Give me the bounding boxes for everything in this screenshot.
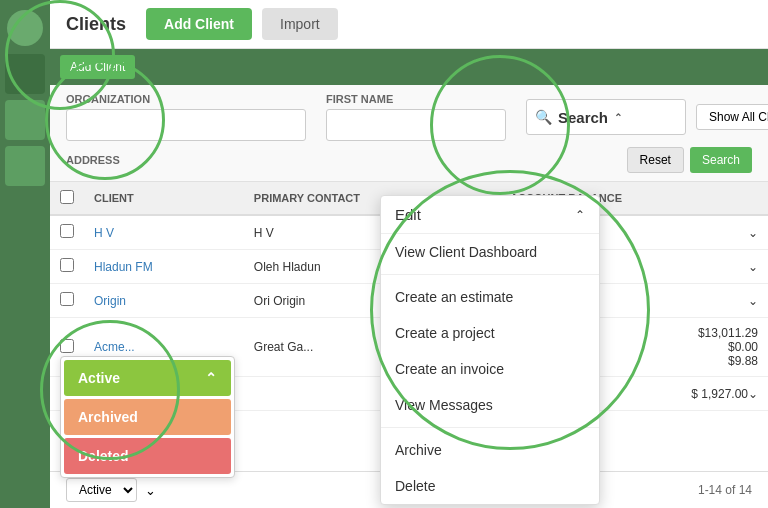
- chevron-down-icon: ⌄: [145, 483, 156, 498]
- col-checkbox: [50, 182, 84, 215]
- status-archived-label: Archived: [78, 409, 138, 425]
- menu-item-project[interactable]: Create a project: [381, 315, 599, 351]
- filter-bar: ORGANIZATION FIRST NAME 🔍 Search ⌃: [50, 85, 768, 182]
- first-name-input[interactable]: [326, 109, 506, 141]
- filter-buttons: Reset Search: [627, 147, 752, 173]
- row-checkbox-2[interactable]: [60, 258, 74, 272]
- menu-divider-2: [381, 427, 599, 428]
- search-label: Search: [558, 109, 608, 126]
- filter-row-2: ADDRESS Reset Search: [66, 147, 752, 173]
- menu-item-invoice[interactable]: Create an invoice: [381, 351, 599, 387]
- menu-item-delete[interactable]: Delete: [381, 468, 599, 504]
- row-checkbox-3[interactable]: [60, 292, 74, 306]
- row-checkbox-4[interactable]: [60, 339, 74, 353]
- status-active-label: Active: [78, 370, 120, 386]
- status-option-archived[interactable]: Archived: [64, 399, 231, 435]
- search-box[interactable]: 🔍 Search ⌃: [526, 99, 686, 135]
- add-client-button[interactable]: Add Client: [146, 8, 252, 40]
- status-deleted-label: Deleted: [78, 448, 129, 464]
- search-button[interactable]: Search: [690, 147, 752, 173]
- sub-header: Add Client: [50, 49, 768, 85]
- sidebar-logo: [7, 10, 43, 46]
- pagination-info: 1-14 of 14: [698, 483, 752, 497]
- organization-input[interactable]: [66, 109, 306, 141]
- search-icon: 🔍: [535, 109, 552, 125]
- status-option-active[interactable]: Active ⌃: [64, 360, 231, 396]
- row-checkbox-1[interactable]: [60, 224, 74, 238]
- status-option-deleted[interactable]: Deleted: [64, 438, 231, 474]
- page-title: Clients: [66, 14, 126, 35]
- filter-right: Show All Clients: [696, 104, 768, 130]
- chevron-up-icon: ⌃: [614, 112, 622, 123]
- menu-item-archive[interactable]: Archive: [381, 432, 599, 468]
- client-name-3[interactable]: Origin: [84, 284, 244, 318]
- sidebar-item-3[interactable]: [5, 146, 45, 186]
- address-filter-label: ADDRESS: [66, 154, 186, 166]
- col-client: CLIENT: [84, 182, 244, 215]
- context-menu-chevron-icon: ⌃: [575, 208, 585, 222]
- sidebar: [0, 0, 50, 508]
- show-all-select[interactable]: Show All Clients: [696, 104, 768, 130]
- menu-item-dashboard[interactable]: View Client Dashboard: [381, 234, 599, 270]
- context-menu-edit-label: Edit: [395, 206, 421, 223]
- filter-row-1: ORGANIZATION FIRST NAME 🔍 Search ⌃: [66, 93, 752, 141]
- sidebar-item-2[interactable]: [5, 100, 45, 140]
- menu-divider-1: [381, 274, 599, 275]
- client-name-1[interactable]: H V: [84, 215, 244, 250]
- client-name-2[interactable]: Hladun FM: [84, 250, 244, 284]
- add-client-small-button[interactable]: Add Client: [60, 55, 135, 79]
- reset-button[interactable]: Reset: [627, 147, 684, 173]
- import-button[interactable]: Import: [262, 8, 338, 40]
- status-dropdown: Active ⌃ Archived Deleted: [60, 356, 235, 478]
- menu-item-estimate[interactable]: Create an estimate: [381, 279, 599, 315]
- sidebar-item-clients[interactable]: [5, 54, 45, 94]
- context-menu-header: Edit ⌃: [381, 196, 599, 234]
- context-menu: Edit ⌃ View Client Dashboard Create an e…: [380, 195, 600, 505]
- menu-item-messages[interactable]: View Messages: [381, 387, 599, 423]
- org-filter-label: ORGANIZATION: [66, 93, 186, 105]
- status-active-chevron-icon: ⌃: [205, 370, 217, 386]
- status-select[interactable]: Active: [66, 478, 137, 502]
- header-bar: Clients Add Client Import: [50, 0, 768, 49]
- select-all-checkbox[interactable]: [60, 190, 74, 204]
- first-name-filter-label: FIRST NAME: [326, 93, 446, 105]
